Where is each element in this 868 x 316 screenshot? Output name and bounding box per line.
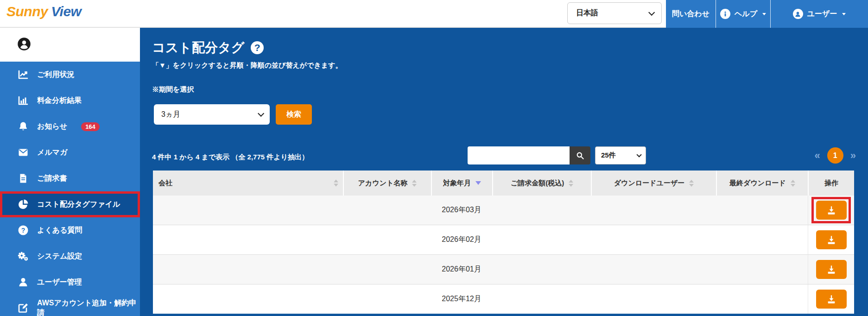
cell-last-download xyxy=(716,255,808,284)
top-bar: SunnyView 日本語 問い合わせ ヘルプ ユーザー xyxy=(0,0,868,28)
user-avatar-icon[interactable] xyxy=(17,37,31,53)
cell-last-download xyxy=(716,225,808,254)
cell-action xyxy=(808,196,854,225)
table-row: 2025年12月 xyxy=(153,284,854,314)
column-header-6[interactable]: 操作 xyxy=(808,171,854,196)
usage-line-chart-icon xyxy=(18,69,29,80)
sidebar-item-3[interactable]: メルマガ xyxy=(0,139,140,165)
sunnyview-logo: SunnyView xyxy=(6,4,81,19)
download-icon xyxy=(826,205,836,215)
sidebar-item-9[interactable]: AWSアカウント追加・解約申請 xyxy=(0,295,140,316)
gears-icon xyxy=(18,251,29,262)
language-select-value: 日本語 xyxy=(576,8,598,18)
page-size-value: 25件 xyxy=(601,151,616,160)
pagination-next-button[interactable]: » xyxy=(850,151,856,161)
cell-amount xyxy=(492,225,591,254)
question-circle-icon: ? xyxy=(18,225,29,236)
pagination: « 1 » xyxy=(815,146,856,164)
cell-download-user xyxy=(591,196,716,225)
cell-last-download xyxy=(716,284,808,314)
download-button[interactable] xyxy=(816,290,847,309)
language-select[interactable]: 日本語 xyxy=(567,2,662,24)
sort-arrows-icon[interactable] xyxy=(334,180,338,187)
chevron-down-icon xyxy=(636,152,641,157)
cell-amount xyxy=(492,284,591,314)
sidebar-item-6[interactable]: ? よくある質問 xyxy=(0,217,140,243)
sidebar: ご利用状況 料金分析結果 お知らせ 164 メルマガ ご請求書 コスト配分タグフ… xyxy=(0,28,140,316)
person-icon xyxy=(18,277,29,288)
cell-action xyxy=(808,255,854,284)
download-button[interactable] xyxy=(816,260,847,279)
bell-icon xyxy=(18,121,29,132)
cell-target-month: 2026年01月 xyxy=(431,255,492,284)
table-search-input[interactable] xyxy=(468,146,570,164)
column-header-4[interactable]: ダウンロードユーザー xyxy=(591,171,716,196)
help-circle-icon[interactable]: ? xyxy=(251,41,264,54)
cell-company xyxy=(153,225,343,254)
column-header-3[interactable]: ご請求金額(税込) xyxy=(492,171,591,196)
table-body: 2026年03月 2026年02月 xyxy=(153,196,854,314)
download-icon xyxy=(826,265,836,275)
pagination-current-page[interactable]: 1 xyxy=(827,147,843,164)
edit-square-icon xyxy=(18,303,29,314)
sort-hint-text: 「▼」をクリックすると昇順・降順の並び替えができます。 xyxy=(152,61,342,70)
sidebar-item-4[interactable]: ご請求書 xyxy=(0,165,140,191)
period-select-label: ※期間を選択 xyxy=(152,85,194,94)
bar-chart-icon xyxy=(18,95,29,106)
cell-account-name xyxy=(343,225,431,254)
info-circle-icon xyxy=(720,9,730,19)
chevron-down-icon xyxy=(258,110,264,117)
table-row: 2026年03月 xyxy=(153,196,854,225)
column-header-2[interactable]: 対象年月 xyxy=(431,171,492,196)
top-bar-button-help[interactable]: ヘルプ xyxy=(716,0,770,28)
page-title: コスト配分タグ xyxy=(152,39,244,57)
sort-arrows-icon[interactable] xyxy=(689,180,694,187)
top-bar-button-contact[interactable]: 問い合わせ xyxy=(666,0,716,28)
cell-amount xyxy=(492,255,591,284)
sort-arrows-icon[interactable] xyxy=(569,180,573,187)
cell-target-month: 2026年03月 xyxy=(431,196,492,225)
sort-arrows-icon[interactable] xyxy=(412,180,417,187)
download-button[interactable] xyxy=(816,201,847,220)
period-select[interactable]: 3ヵ月 xyxy=(154,104,270,125)
column-header-0[interactable]: 会社 xyxy=(153,171,343,196)
pagination-prev-button[interactable]: « xyxy=(815,151,820,161)
column-header-5[interactable]: 最終ダウンロード xyxy=(716,171,808,196)
chevron-down-icon xyxy=(648,9,655,15)
sidebar-item-0[interactable]: ご利用状況 xyxy=(0,62,140,88)
cell-action xyxy=(808,225,854,254)
cell-account-name xyxy=(343,284,431,314)
page-size-select[interactable]: 25件 xyxy=(595,146,646,164)
download-button[interactable] xyxy=(816,230,847,249)
search-icon xyxy=(576,151,585,160)
cell-company xyxy=(153,196,343,225)
column-header-1[interactable]: アカウント名称 xyxy=(343,171,431,196)
pie-chart-icon xyxy=(18,199,29,210)
sort-desc-active-icon[interactable] xyxy=(475,181,481,185)
cell-company xyxy=(153,284,343,314)
notification-count-badge: 164 xyxy=(81,122,100,131)
cell-download-user xyxy=(591,225,716,254)
top-bar-button-user[interactable]: ユーザー xyxy=(770,0,868,28)
envelope-icon xyxy=(18,147,29,158)
sort-arrows-icon[interactable] xyxy=(791,180,795,187)
cost-allocation-table: 会社 アカウント名称 対象年月 ご請求金額(税込) ダウンロードユーザー 最終ダ… xyxy=(153,171,854,314)
logo-text-sunny: Sunny xyxy=(6,4,48,19)
sidebar-item-7[interactable]: システム設定 xyxy=(0,243,140,269)
table-row: 2026年02月 xyxy=(153,225,854,255)
cell-action xyxy=(808,284,854,314)
top-action-buttons: 問い合わせ ヘルプ ユーザー xyxy=(666,0,868,28)
table-header-row: 会社 アカウント名称 対象年月 ご請求金額(税込) ダウンロードユーザー 最終ダ… xyxy=(153,171,854,196)
sidebar-item-2[interactable]: お知らせ 164 xyxy=(0,114,140,139)
cell-target-month: 2025年12月 xyxy=(431,284,492,314)
download-icon xyxy=(826,235,836,245)
svg-text:?: ? xyxy=(21,227,25,234)
search-button[interactable]: 検索 xyxy=(276,104,312,125)
cell-account-name xyxy=(343,196,431,225)
cell-last-download xyxy=(716,196,808,225)
sidebar-item-8[interactable]: ユーザー管理 xyxy=(0,269,140,295)
cell-company xyxy=(153,255,343,284)
sidebar-item-5[interactable]: コスト配分タグファイル xyxy=(0,191,140,217)
sidebar-item-1[interactable]: 料金分析結果 xyxy=(0,88,140,114)
table-search-button[interactable] xyxy=(570,146,590,164)
